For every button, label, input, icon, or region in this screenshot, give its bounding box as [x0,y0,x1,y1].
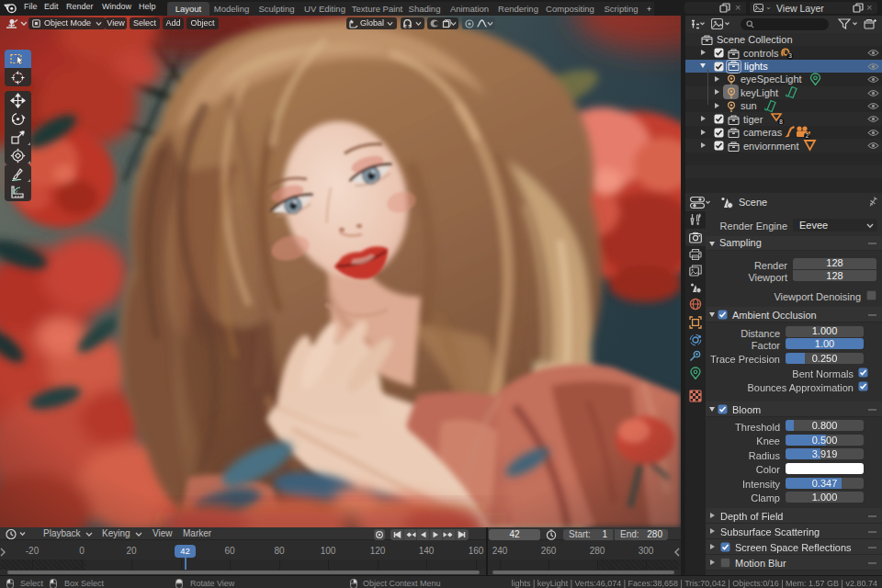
svg-text:8: 8 [779,119,783,125]
svg-text:3: 3 [788,52,792,59]
